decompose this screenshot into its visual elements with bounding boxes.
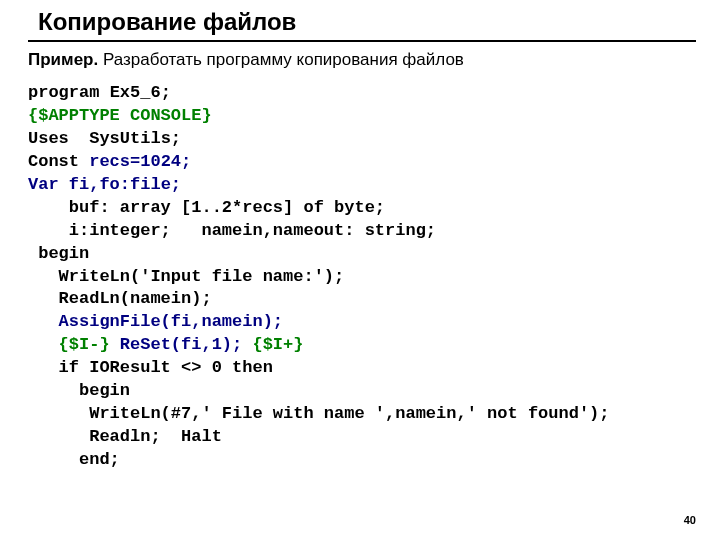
code-line-12: {$I-} ReSet(fi,1); {$I+} [28, 335, 303, 354]
subtitle-bold: Пример. [28, 50, 98, 69]
code-line-5: Var fi,fo:file; [28, 175, 181, 194]
code-line-6: buf: array [1..2*recs] of byte; [28, 198, 385, 217]
code-line-8: begin [28, 244, 89, 263]
title-underline [28, 40, 696, 42]
code-block: program Ex5_6; {$APPTYPE CONSOLE} Uses S… [28, 82, 696, 472]
slide-title: Копирование файлов [38, 8, 696, 36]
code-line-9: WriteLn('Input file name:'); [28, 267, 344, 286]
example-subtitle: Пример. Разработать программу копировани… [28, 50, 696, 70]
code-line-11: AssignFile(fi,namein); [28, 312, 283, 331]
code-line-15: WriteLn(#7,' File with name ',namein,' n… [28, 404, 610, 423]
code-line-3: Uses SysUtils; [28, 129, 181, 148]
code-line-17: end; [28, 450, 120, 469]
code-line-7: i:integer; namein,nameout: string; [28, 221, 436, 240]
code-line-16: Readln; Halt [28, 427, 222, 446]
code-line-13: if IOResult <> 0 then [28, 358, 273, 377]
code-line-4: Const recs=1024; [28, 152, 191, 171]
code-line-2: {$APPTYPE CONSOLE} [28, 106, 212, 125]
code-line-14: begin [28, 381, 130, 400]
page-number: 40 [684, 514, 696, 526]
code-line-1: program Ex5_6; [28, 83, 171, 102]
subtitle-rest: Разработать программу копирования файлов [98, 50, 464, 69]
code-line-10: ReadLn(namein); [28, 289, 212, 308]
slide: Копирование файлов Пример. Разработать п… [0, 0, 720, 472]
